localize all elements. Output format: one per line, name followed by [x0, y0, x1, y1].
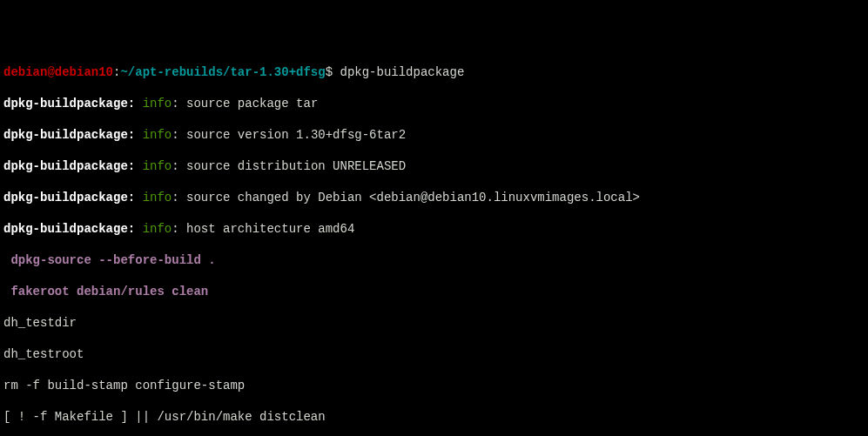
- output-line: rm -f build-stamp configure-stamp: [3, 378, 865, 393]
- dpkg-bp-label: dpkg-buildpackage:: [3, 159, 135, 173]
- dpkg-bp-label: dpkg-buildpackage:: [3, 97, 135, 111]
- info-tag: info: [135, 222, 172, 236]
- msg: : source version 1.30+dfsg-6tar2: [172, 128, 406, 142]
- prompt-line[interactable]: debian@debian10:~/apt-rebuilds/tar-1.30+…: [3, 64, 865, 80]
- step-line: dpkg-source --before-build .: [3, 252, 865, 268]
- prompt-dollar: $: [326, 65, 340, 79]
- output-line: dh_testdir: [3, 315, 865, 331]
- output-line: dpkg-buildpackage: info: host architectu…: [3, 221, 865, 237]
- msg: : source package tar: [172, 97, 318, 111]
- prompt-user-host: debian@debian10: [3, 65, 113, 79]
- output-line: [ ! -f Makefile ] || /usr/bin/make distc…: [3, 409, 865, 425]
- output-line: dh_testroot: [3, 346, 865, 362]
- output-line: dpkg-buildpackage: info: source changed …: [3, 190, 865, 205]
- msg: : source changed by Debian <debian@debia…: [172, 191, 640, 205]
- prompt-path: ~/apt-rebuilds/tar-1.30+dfsg: [120, 65, 325, 79]
- output-line: dpkg-buildpackage: info: source distribu…: [3, 158, 865, 174]
- info-tag: info: [135, 128, 172, 142]
- msg: : source distribution UNRELEASED: [172, 159, 406, 173]
- command-input[interactable]: dpkg-buildpackage: [340, 65, 465, 79]
- info-tag: info: [135, 97, 172, 111]
- dpkg-bp-label: dpkg-buildpackage:: [3, 222, 135, 236]
- step-line: fakeroot debian/rules clean: [3, 284, 865, 299]
- output-line: dpkg-buildpackage: info: source package …: [3, 96, 865, 111]
- dpkg-bp-label: dpkg-buildpackage:: [3, 191, 135, 205]
- step-cmd: fakeroot debian/rules clean: [3, 285, 208, 298]
- step-cmd: dpkg-source --before-build .: [3, 253, 216, 267]
- info-tag: info: [135, 191, 172, 205]
- dpkg-bp-label: dpkg-buildpackage:: [3, 128, 135, 142]
- info-tag: info: [135, 159, 172, 173]
- msg: : host architecture amd64: [172, 222, 354, 236]
- output-line: dpkg-buildpackage: info: source version …: [3, 127, 865, 143]
